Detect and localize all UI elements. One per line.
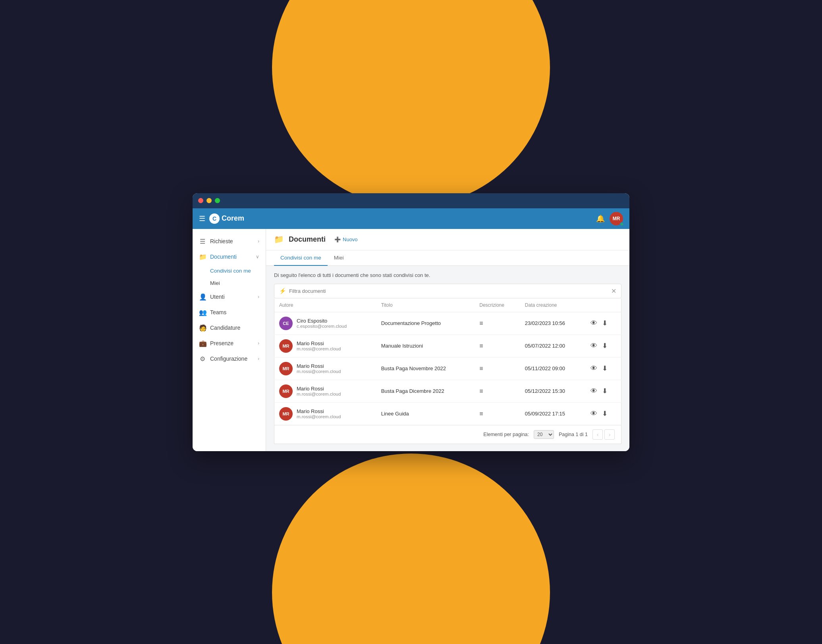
sidebar-item-teams[interactable]: 👥 Teams xyxy=(193,305,266,320)
col-data-creazione: Data creazione xyxy=(520,298,586,312)
chevron-down-icon: ∨ xyxy=(256,254,259,260)
table-row: MR Mario Rossi m.rossi@corem.cloud Linee… xyxy=(274,402,621,425)
per-page-select[interactable]: 20 50 100 xyxy=(534,430,554,439)
cell-descrizione: ≡ xyxy=(475,380,520,402)
cell-data-creazione: 23/02/2023 10:56 xyxy=(520,312,586,334)
sidebar-item-utenti[interactable]: 👤 Utenti › xyxy=(193,289,266,305)
view-icon[interactable]: 👁 xyxy=(590,365,597,373)
cell-descrizione: ≡ xyxy=(475,312,520,334)
online-badge xyxy=(620,222,624,226)
new-button[interactable]: ➕ Nuovo xyxy=(330,235,362,244)
view-icon[interactable]: 👁 xyxy=(590,387,597,395)
tab-bar: Condivisi con me Miei xyxy=(266,250,629,266)
minimize-btn[interactable] xyxy=(206,198,212,203)
bell-icon[interactable]: 🔔 xyxy=(596,214,605,223)
download-icon[interactable]: ⬇ xyxy=(602,387,608,395)
search-input[interactable] xyxy=(289,288,608,294)
main-layout: ☰ Richieste › 📁 Documenti ∨ Condivisi co… xyxy=(193,229,629,451)
author-info: Mario Rossi m.rossi@corem.cloud xyxy=(297,363,341,374)
author-email: m.rossi@corem.cloud xyxy=(297,369,341,374)
avatar[interactable]: MR xyxy=(610,212,623,225)
chevron-right-icon: › xyxy=(258,340,259,346)
sidebar-item-documenti[interactable]: 📁 Documenti ∨ xyxy=(193,249,266,265)
view-icon[interactable]: 👁 xyxy=(590,319,597,327)
prev-page-button[interactable]: ‹ xyxy=(592,429,603,440)
cell-titolo: Busta Paga Dicembre 2022 xyxy=(376,380,475,402)
chevron-right-icon: › xyxy=(258,356,259,361)
candidature-icon: 🧑 xyxy=(199,324,206,332)
sidebar-item-presenze[interactable]: 💼 Presenze › xyxy=(193,336,266,351)
richieste-icon: ☰ xyxy=(199,238,206,245)
download-icon[interactable]: ⬇ xyxy=(602,409,608,418)
tab-condivisi[interactable]: Condivisi con me xyxy=(274,250,328,266)
author-email: m.rossi@corem.cloud xyxy=(297,346,341,351)
close-icon[interactable]: ✕ xyxy=(611,287,616,295)
sidebar: ☰ Richieste › 📁 Documenti ∨ Condivisi co… xyxy=(193,229,266,451)
utenti-icon: 👤 xyxy=(199,293,206,301)
sidebar-item-candidature[interactable]: 🧑 Candidature xyxy=(193,320,266,336)
condivisi-label: Condivisi con me xyxy=(210,268,251,274)
sidebar-item-richieste[interactable]: ☰ Richieste › xyxy=(193,234,266,249)
col-actions xyxy=(586,298,621,312)
cell-titolo: Documentazione Progetto xyxy=(376,312,475,334)
author-email: m.rossi@corem.cloud xyxy=(297,414,341,419)
new-button-label: Nuovo xyxy=(343,236,358,242)
titlebar xyxy=(193,193,629,208)
folder-header-icon: 📁 xyxy=(274,235,284,244)
description-icon: ≡ xyxy=(479,388,483,394)
chevron-right-icon: › xyxy=(258,294,259,300)
content-area: 📁 Documenti ➕ Nuovo Condivisi con me Mie… xyxy=(266,229,629,451)
author-email: m.rossi@corem.cloud xyxy=(297,392,341,396)
col-autore: Autore xyxy=(274,298,376,312)
author-avatar: MR xyxy=(279,339,293,353)
cell-descrizione: ≡ xyxy=(475,357,520,380)
app-window: ☰ C Corem 🔔 MR ☰ Richieste › 📁 Doc xyxy=(193,193,629,451)
cell-autore: CE Ciro Esposito c.esposito@corem.cloud xyxy=(274,312,376,334)
sidebar-item-configurazione[interactable]: ⚙ Configurazione › xyxy=(193,351,266,367)
author-name: Mario Rossi xyxy=(297,363,341,369)
description-icon: ≡ xyxy=(479,365,483,372)
author-info: Mario Rossi m.rossi@corem.cloud xyxy=(297,386,341,396)
cell-autore: MR Mario Rossi m.rossi@corem.cloud xyxy=(274,402,376,425)
cell-actions: 👁 ⬇ xyxy=(586,402,621,425)
description-text: Di seguito l'elenco di tutti i documenti… xyxy=(274,272,621,278)
author-avatar: MR xyxy=(279,384,293,398)
content-body: Di seguito l'elenco di tutti i documenti… xyxy=(266,266,629,451)
sidebar-item-label: Richieste xyxy=(210,238,233,244)
cell-descrizione: ≡ xyxy=(475,402,520,425)
description-icon: ≡ xyxy=(479,410,483,417)
author-avatar: MR xyxy=(279,407,293,421)
author-name: Mario Rossi xyxy=(297,386,341,392)
download-icon[interactable]: ⬇ xyxy=(602,342,608,350)
cell-actions: 👁 ⬇ xyxy=(586,334,621,357)
topnav: ☰ C Corem 🔔 MR xyxy=(193,208,629,229)
sidebar-sub-item-condivisi[interactable]: Condivisi con me xyxy=(193,265,266,277)
tab-miei[interactable]: Miei xyxy=(328,250,350,266)
author-info: Ciro Esposito c.esposito@corem.cloud xyxy=(297,318,347,329)
page-info: Pagina 1 di 1 xyxy=(559,432,588,437)
maximize-btn[interactable] xyxy=(215,198,220,203)
view-icon[interactable]: 👁 xyxy=(590,342,597,350)
view-icon[interactable]: 👁 xyxy=(590,410,597,418)
teams-icon: 👥 xyxy=(199,309,206,316)
cell-titolo: Manuale Istruzioni xyxy=(376,334,475,357)
elementi-label: Elementi per pagina: xyxy=(483,432,529,437)
topnav-right: 🔔 MR xyxy=(596,212,623,225)
author-info: Mario Rossi m.rossi@corem.cloud xyxy=(297,340,341,351)
cell-data-creazione: 05/12/2022 15:30 xyxy=(520,380,586,402)
tab-miei-label: Miei xyxy=(334,255,344,261)
chevron-right-icon: › xyxy=(258,238,259,244)
next-page-button[interactable]: › xyxy=(604,429,615,440)
close-btn[interactable] xyxy=(198,198,203,203)
hamburger-icon[interactable]: ☰ xyxy=(199,214,205,223)
cell-actions: 👁 ⬇ xyxy=(586,380,621,402)
filter-bar: ⚡ ✕ xyxy=(274,284,621,298)
col-titolo: Titolo xyxy=(376,298,475,312)
download-icon[interactable]: ⬇ xyxy=(602,319,608,327)
author-avatar: MR xyxy=(279,362,293,375)
sidebar-item-label: Configurazione xyxy=(210,356,247,362)
download-icon[interactable]: ⬇ xyxy=(602,364,608,373)
cell-data-creazione: 05/09/2022 17:15 xyxy=(520,402,586,425)
sidebar-sub-item-miei[interactable]: Miei xyxy=(193,277,266,289)
table-row: CE Ciro Esposito c.esposito@corem.cloud … xyxy=(274,312,621,334)
